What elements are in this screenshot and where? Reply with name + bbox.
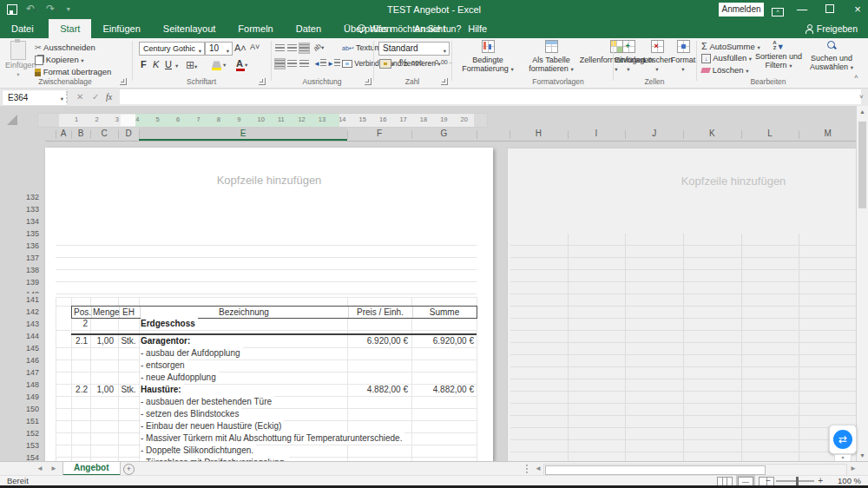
minimize-icon[interactable]: — xyxy=(792,0,812,19)
shrink-font-icon[interactable]: A˅ xyxy=(250,43,260,51)
accounting-format-icon[interactable]: ▾ xyxy=(379,58,394,69)
vertical-scrollbar[interactable]: ▲ ▼ xyxy=(856,106,868,461)
format-as-table-button[interactable]: Als Tabelleformatieren ▾ xyxy=(523,40,580,73)
tab-datei[interactable]: Datei xyxy=(0,19,45,38)
row-header-136[interactable]: 136 xyxy=(17,240,39,252)
zoom-slider[interactable] xyxy=(776,480,814,482)
font-color-icon[interactable]: A▾ xyxy=(236,58,247,69)
underline-button[interactable]: U xyxy=(165,59,172,69)
cell-menge[interactable]: 1,00 xyxy=(90,384,114,396)
insert-cells-button[interactable]: + Einfügen▾ xyxy=(615,40,642,73)
column-header-K[interactable]: K xyxy=(683,127,741,141)
font-size-combo[interactable]: 10▾ xyxy=(205,42,233,56)
cell-eh[interactable]: Stk. xyxy=(118,384,139,396)
scroll-down-icon[interactable]: ▼ xyxy=(857,452,868,458)
fill-button[interactable]: ↓ Ausfüllen ▾ xyxy=(701,53,752,63)
tab-formeln[interactable]: Formeln xyxy=(227,19,284,38)
cell-bezeichnung[interactable]: - ausbau der Aufdopplung xyxy=(141,347,243,359)
ribbon-display-options-icon[interactable]: ˄ xyxy=(769,0,786,19)
cell-bezeichnung[interactable]: Haustüre: xyxy=(141,384,184,396)
grow-font-icon[interactable]: A˄ xyxy=(234,43,247,53)
vertical-scrollbar-thumb[interactable] xyxy=(858,122,866,208)
cell-bezeichnung[interactable]: - Einbau der neuen Haustüre (Eckig) xyxy=(141,420,284,432)
hscroll-right-icon[interactable]: ► xyxy=(850,462,857,476)
row-header-143[interactable]: 143 xyxy=(17,318,39,330)
add-sheet-icon[interactable]: + xyxy=(123,464,135,475)
comma-style-icon[interactable]: 000 xyxy=(411,60,423,66)
row-header-146[interactable]: 146 xyxy=(17,354,39,366)
insert-function-icon[interactable]: fx xyxy=(106,89,112,105)
hscroll-left-icon[interactable]: ◄ xyxy=(535,462,542,476)
tab-start[interactable]: Start xyxy=(49,19,91,38)
cell-bezeichnung[interactable]: - Doppelte Silikondichtungen. xyxy=(141,445,256,457)
zoom-slider-thumb[interactable] xyxy=(796,477,799,485)
sheet-prev-icon[interactable]: ◄ xyxy=(36,462,43,476)
row-header-154[interactable]: 154 xyxy=(17,452,39,461)
page-right[interactable]: Kopfzeile hinzufügen xyxy=(507,148,868,461)
cell-pos[interactable]: 2.2 xyxy=(71,384,88,396)
row-header-149[interactable]: 149 xyxy=(17,391,39,403)
header-placeholder-right[interactable]: Kopfzeile hinzufügen xyxy=(560,175,868,188)
select-all-icon[interactable] xyxy=(7,115,17,125)
cell-menge[interactable]: 1,00 xyxy=(90,335,114,347)
cell-bezeichnung[interactable]: Garagentor: xyxy=(141,335,193,347)
align-bottom-icon[interactable] xyxy=(299,43,309,53)
font-dialog-launcher-icon[interactable] xyxy=(259,78,266,85)
row-header-141[interactable]: 141 xyxy=(17,293,39,306)
sheet-tab-angebot[interactable]: Angebot xyxy=(62,462,121,476)
row-header-153[interactable]: 153 xyxy=(17,439,39,452)
bold-button[interactable]: F xyxy=(141,59,147,69)
collapse-ribbon-icon[interactable]: ˄ xyxy=(854,73,858,81)
column-header-H[interactable]: H xyxy=(510,127,568,141)
clipboard-dialog-launcher-icon[interactable] xyxy=(120,78,127,85)
align-center-icon[interactable] xyxy=(287,59,297,69)
column-header-E[interactable]: E xyxy=(139,127,347,141)
underline-dropdown-icon[interactable]: ▾ xyxy=(175,63,178,69)
column-header-A[interactable]: A xyxy=(56,127,71,141)
font-name-combo[interactable]: Century Gothic▾ xyxy=(139,42,205,56)
column-header-M[interactable]: M xyxy=(799,127,857,141)
align-right-icon[interactable] xyxy=(299,59,309,69)
page-left[interactable]: Kopfzeile hinzufügen Pos.MengeEHBezeichn… xyxy=(45,148,493,461)
teamviewer-collapse-icon[interactable]: ▾ xyxy=(834,454,852,461)
tab-hilfe[interactable]: Hilfe xyxy=(457,19,498,38)
number-dialog-launcher-icon[interactable] xyxy=(441,78,448,85)
column-header-I[interactable]: I xyxy=(568,127,626,141)
borders-icon[interactable]: ⊞▾ xyxy=(186,59,197,71)
row-header-144[interactable]: 144 xyxy=(17,330,39,342)
column-header-L[interactable]: L xyxy=(741,127,799,141)
row-header-152[interactable]: 152 xyxy=(17,427,39,439)
paste-button[interactable]: Einfügen▾ xyxy=(5,41,31,78)
column-header-G[interactable]: G xyxy=(411,127,477,141)
row-header-139[interactable]: 139 xyxy=(17,276,39,288)
close-icon[interactable]: × xyxy=(847,0,868,19)
cell-eh[interactable]: Stk. xyxy=(118,335,139,347)
autosum-button[interactable]: Σ AutoSumme ▾ xyxy=(701,41,760,51)
teamviewer-icon[interactable]: ⇄ xyxy=(829,425,857,454)
expand-formula-bar-icon[interactable]: ˅ xyxy=(859,89,864,105)
tab-einfügen[interactable]: Einfügen xyxy=(91,19,151,38)
orientation-icon[interactable]: ab▾ xyxy=(313,42,324,51)
align-left-icon[interactable] xyxy=(275,59,285,69)
row-header-151[interactable]: 151 xyxy=(17,415,39,427)
copy-button[interactable]: Kopieren ▾ xyxy=(35,55,84,65)
alignment-dialog-launcher-icon[interactable] xyxy=(365,78,372,85)
decrease-indent-icon[interactable]: ◄ xyxy=(313,59,326,68)
cell-pos[interactable]: 2 xyxy=(71,318,88,330)
row-header-133[interactable]: 133 xyxy=(17,203,39,215)
tab-daten[interactable]: Daten xyxy=(285,19,332,38)
cell-pos[interactable]: 2.1 xyxy=(71,335,88,347)
row-header-137[interactable]: 137 xyxy=(17,252,39,264)
column-header-F[interactable]: F xyxy=(347,127,411,141)
tab-seitenlayout[interactable]: Seitenlayout xyxy=(152,19,227,38)
row-header-142[interactable]: 142 xyxy=(17,306,39,318)
number-format-combo[interactable]: Standard▾ xyxy=(378,42,450,56)
horizontal-scrollbar-thumb[interactable] xyxy=(545,465,766,475)
row-header-148[interactable]: 148 xyxy=(17,379,39,391)
cell-bezeichnung[interactable]: - Massiver Türkern mit Alu Abschottung f… xyxy=(141,432,404,445)
conditional-formatting-button[interactable]: BedingteFormatierung ▾ xyxy=(455,40,521,73)
tab-scrollbar-splitter[interactable] xyxy=(526,465,531,473)
cell-summe[interactable]: 6.920,00 € xyxy=(396,335,474,347)
share-button[interactable]: Freigeben xyxy=(806,19,858,38)
row-header-134[interactable]: 134 xyxy=(17,215,39,228)
